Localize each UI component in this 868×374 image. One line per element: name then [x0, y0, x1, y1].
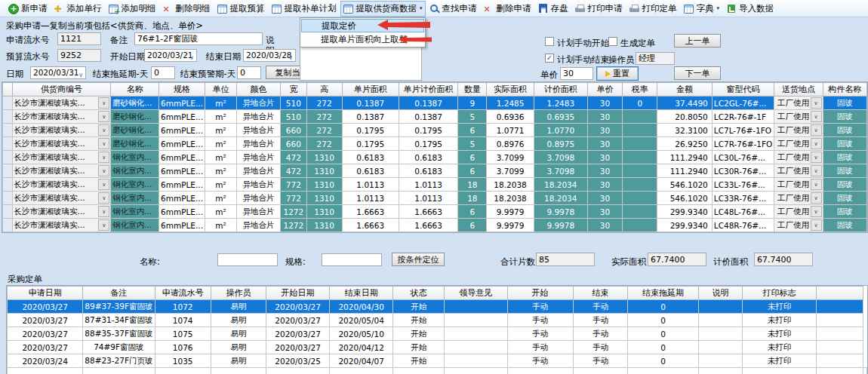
cell-高[interactable]: 1310: [306, 164, 342, 178]
date-combo[interactable]: 2020/03/31: [30, 66, 86, 79]
cell-结束日期[interactable]: 2020/04/07: [330, 354, 393, 368]
cell-供货商编号[interactable]: 长沙市潇湘玻璃实...∨: [12, 192, 111, 205]
cell-备注[interactable]: 89#37-39F窗固玻: [83, 300, 155, 314]
cell-开始[interactable]: 手动: [507, 341, 573, 354]
cell-构件名称[interactable]: 固玻: [823, 137, 866, 151]
table-row[interactable]: 长沙市潇湘玻璃实...∨磨砂钢化...6mmPLE...m²异地合片660272…: [3, 137, 867, 151]
combo-arrow-icon[interactable]: ∨: [811, 179, 822, 190]
serial-input[interactable]: [57, 32, 101, 45]
cell-结束日期[interactable]: 2020/05/04: [330, 314, 393, 327]
cell-单片面积[interactable]: 1.0113: [342, 192, 399, 205]
cell-单位[interactable]: m²: [205, 178, 236, 192]
column-header-10[interactable]: 结束拖延期: [628, 287, 698, 300]
combo-arrow-icon[interactable]: ∨: [811, 152, 822, 163]
cell-单价[interactable]: 30: [587, 192, 622, 205]
cell-窗型代码[interactable]: LC2GL-76#...: [712, 97, 774, 110]
row-selector[interactable]: [3, 205, 13, 219]
cell-单位[interactable]: m²: [205, 97, 236, 110]
cell-状态[interactable]: 开始: [393, 327, 445, 341]
cell-领导意见[interactable]: [445, 327, 507, 341]
combo-arrow-icon[interactable]: ∨: [811, 206, 822, 217]
cell-高[interactable]: 1310: [306, 192, 342, 205]
column-header-9[interactable]: 结束: [573, 287, 628, 300]
cell-构件名称[interactable]: 固玻: [823, 219, 866, 232]
cell-规格[interactable]: 6mmPLE...: [159, 97, 205, 110]
cell-申请流水号[interactable]: 1076: [155, 341, 211, 354]
cell-申请流水号[interactable]: 1035: [155, 354, 211, 368]
generate-order-checkbox[interactable]: [608, 37, 617, 46]
cell-送货地点[interactable]: 工厂使用∨: [774, 205, 823, 219]
cell-数量[interactable]: 9: [458, 97, 487, 110]
combo-arrow-icon[interactable]: ∨: [98, 111, 109, 122]
column-header-1[interactable]: 备注: [83, 287, 155, 300]
cell-开始[interactable]: 手动: [507, 327, 573, 341]
cell-申请流水号[interactable]: 1072: [155, 300, 211, 314]
column-header-9[interactable]: 数量: [458, 83, 487, 97]
cell-颜色[interactable]: 异地合片: [237, 178, 281, 192]
cell-计价面积[interactable]: 0.6935: [534, 110, 587, 124]
table-row[interactable]: 长沙市潇湘玻璃实...∨钢化室内...6mmPLE...m²异地合片127213…: [3, 219, 867, 232]
cell-送货地点[interactable]: 工厂使用∨: [774, 164, 823, 178]
cell-单片面积[interactable]: 0.6183: [342, 151, 399, 164]
combo-arrow-icon[interactable]: ∨: [811, 219, 822, 231]
next-order-button[interactable]: 下一单: [674, 66, 721, 80]
cell-计价面积[interactable]: 3.7098: [534, 164, 587, 178]
combo-arrow-icon[interactable]: ∨: [98, 124, 109, 136]
cell-单位[interactable]: m²: [205, 164, 236, 178]
column-header-1[interactable]: 名称: [111, 83, 159, 97]
cell-送货地点[interactable]: 工厂使用∨: [774, 178, 823, 192]
cell-规格[interactable]: 6mmPLE...: [159, 205, 205, 219]
cell-金额[interactable]: 20.8050: [657, 110, 712, 124]
cell-送货地点[interactable]: 工厂使用∨: [774, 137, 823, 151]
cell-构件名称[interactable]: 固玻: [823, 178, 866, 192]
cell-结束日期[interactable]: 2020/04/12: [330, 341, 393, 354]
cell-宽[interactable]: 510: [281, 110, 306, 124]
order-row[interactable]: 2020/03/2774#9F窗固玻1076易明2020/03/272020/0…: [8, 341, 867, 354]
filter-name-input[interactable]: [217, 253, 278, 266]
cell-金额[interactable]: 546.1020: [657, 192, 712, 205]
cell-结束[interactable]: 手动: [573, 341, 628, 354]
cell-实际面积[interactable]: 18.2038: [487, 192, 534, 205]
cell-结束拖延期[interactable]: 0: [628, 327, 698, 341]
row-selector[interactable]: [3, 219, 13, 232]
cell-颜色[interactable]: 异地合片: [237, 110, 281, 124]
cell-税率[interactable]: [623, 164, 657, 178]
cell-名称[interactable]: 钢化室内...: [111, 151, 159, 164]
column-header-10[interactable]: 实际面积: [487, 83, 534, 97]
order-row[interactable]: 2020/03/2488#23-27F门页玻1035易明2020/03/2520…: [8, 354, 867, 368]
manual-end-checkbox[interactable]: ✓: [545, 54, 554, 63]
cell-颜色[interactable]: 异地合片: [237, 124, 281, 137]
cell-高[interactable]: 1310: [306, 151, 342, 164]
cell-高[interactable]: 1310: [306, 178, 342, 192]
table-row[interactable]: 长沙市潇湘玻璃实...∨磨砂钢化...6mmPLE...m²异地合片510272…: [3, 110, 867, 124]
warn-input[interactable]: [237, 66, 261, 79]
combo-arrow-icon[interactable]: ∨: [811, 124, 822, 136]
cell-说明[interactable]: [698, 341, 742, 354]
cell-单片计价面积[interactable]: 1.6663: [399, 219, 458, 232]
cell-税率[interactable]: [623, 110, 657, 124]
column-header-5[interactable]: 结束日期: [330, 287, 393, 300]
combo-arrow-icon[interactable]: ∨: [811, 138, 822, 149]
cell-单价[interactable]: 30: [587, 151, 622, 164]
combo-arrow-icon[interactable]: ∨: [98, 192, 109, 204]
cell-结束日期[interactable]: 2020/04/30: [330, 300, 393, 314]
cell-高[interactable]: 272: [306, 97, 342, 110]
cell-申请日期[interactable]: 2020/03/27: [8, 341, 83, 354]
cell-名称[interactable]: 钢化室内...: [111, 219, 159, 232]
order-row[interactable]: 2020/03/2788#35-37F窗固玻1075易明2020/03/2720…: [8, 327, 867, 341]
cell-高[interactable]: 1310: [306, 205, 342, 219]
cell-单片面积[interactable]: 0.6183: [342, 164, 399, 178]
order-row[interactable]: 2020/03/2787#31-34F窗固玻1074易明2020/03/2720…: [8, 314, 867, 327]
cell-说明[interactable]: [698, 327, 742, 341]
cell-数量[interactable]: 6: [458, 219, 487, 232]
cell-实际面积[interactable]: 1.0771: [487, 124, 534, 137]
cell-实际面积[interactable]: 9.9979: [487, 205, 534, 219]
cell-实际面积[interactable]: 0.8976: [487, 137, 534, 151]
cell-供货商编号[interactable]: 长沙市潇湘玻璃实...∨: [12, 137, 111, 151]
combo-arrow-icon[interactable]: ∨: [98, 152, 109, 163]
cell-金额[interactable]: 111.2940: [657, 151, 712, 164]
combo-arrow-icon[interactable]: ∨: [98, 165, 109, 176]
cell-税率[interactable]: [623, 151, 657, 164]
cell-税率[interactable]: [623, 205, 657, 219]
cell-单片计价面积[interactable]: 0.1795: [399, 124, 458, 137]
